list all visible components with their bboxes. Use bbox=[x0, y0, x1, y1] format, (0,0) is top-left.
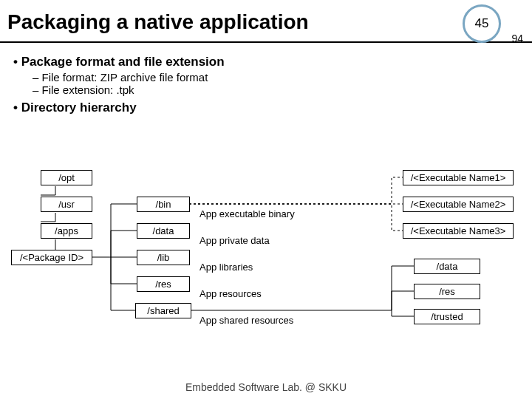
outline-list: Package format and file extension File f… bbox=[13, 55, 519, 115]
sub-file-format: File format: ZIP archive file format bbox=[33, 71, 519, 83]
page-number-badge: 45 bbox=[463, 4, 501, 43]
box-bin: /bin bbox=[137, 197, 190, 212]
footer-lab: Embedded Software Lab. @ SKKU bbox=[0, 381, 532, 393]
label-lib: App libraries bbox=[200, 262, 253, 273]
sub-file-extension: File extension: .tpk bbox=[33, 83, 519, 96]
directory-diagram: /opt /usr /apps /<Package ID> /bin /data… bbox=[0, 170, 532, 377]
box-package-id: /<Package ID> bbox=[11, 250, 92, 265]
box-shared: /shared bbox=[135, 303, 191, 318]
box-apps: /apps bbox=[41, 223, 92, 239]
box-shared-data: /data bbox=[414, 259, 480, 274]
box-exec-2: /<Executable Name2> bbox=[403, 197, 514, 212]
box-usr: /usr bbox=[41, 197, 92, 212]
label-res: App resources bbox=[200, 288, 262, 299]
bullet-package-format: Package format and file extension File f… bbox=[13, 55, 519, 96]
slide-title: Packaging a native application bbox=[7, 10, 309, 34]
box-data: /data bbox=[137, 223, 190, 239]
label-shared: App shared resources bbox=[200, 315, 293, 326]
box-shared-res: /res bbox=[414, 284, 480, 299]
title-underline bbox=[0, 41, 532, 43]
page-number-secondary: 94 bbox=[511, 33, 523, 44]
label-bin: App executable binary bbox=[200, 208, 295, 219]
box-shared-trusted: /trusted bbox=[414, 309, 480, 324]
bullet-directory-hierarchy: Directory hierarchy bbox=[13, 100, 519, 115]
box-lib: /lib bbox=[137, 250, 190, 265]
box-exec-1: /<Executable Name1> bbox=[403, 170, 514, 185]
box-res: /res bbox=[137, 276, 190, 292]
box-opt: /opt bbox=[41, 170, 92, 185]
label-data: App private data bbox=[200, 235, 270, 246]
box-exec-3: /<Executable Name3> bbox=[403, 223, 514, 239]
